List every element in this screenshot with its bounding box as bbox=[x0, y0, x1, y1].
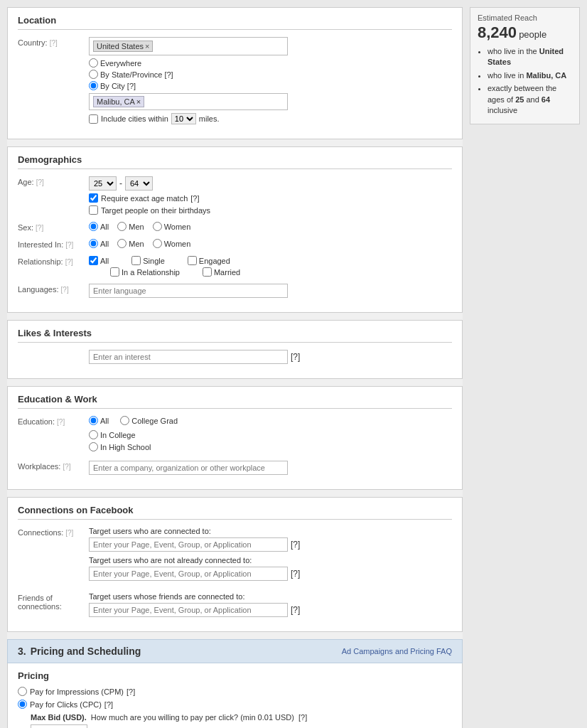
interest-row: [?] bbox=[89, 350, 452, 364]
sex-all[interactable]: All bbox=[89, 222, 109, 231]
friends-input-row: [?] bbox=[89, 603, 452, 617]
relationship-label: Relationship: [?] bbox=[18, 256, 89, 266]
cpm-label: Pay for Impressions (CPM) bbox=[30, 687, 124, 696]
cpc-label: Pay for Clicks (CPC) bbox=[30, 700, 102, 709]
cpc-radio[interactable] bbox=[18, 700, 27, 709]
location-section-title: Location bbox=[18, 15, 452, 30]
cpc-help[interactable]: [?] bbox=[104, 700, 113, 709]
reach-bullet-3: exactly between the ages of 25 and 64 in… bbox=[488, 83, 572, 116]
age-row: 13182125303540455055606465 - 25303540455… bbox=[89, 176, 452, 191]
likes-spacer bbox=[18, 350, 89, 351]
connected-help[interactable]: [?] bbox=[291, 540, 300, 550]
connected-input-row: [?] bbox=[89, 537, 452, 552]
pricing-section-header: 3. Pricing and Scheduling Ad Campaigns a… bbox=[7, 639, 463, 663]
birthday-checkbox[interactable] bbox=[89, 205, 98, 215]
country-label: Country: [?] bbox=[18, 37, 89, 47]
city-tag-remove[interactable]: × bbox=[136, 97, 141, 106]
include-cities-unit: miles. bbox=[199, 114, 220, 123]
everywhere-radio[interactable]: Everywhere bbox=[89, 58, 452, 68]
max-bid-desc: How much are you willing to pay per clic… bbox=[91, 713, 294, 722]
reach-title: Estimated Reach bbox=[478, 14, 572, 22]
reach-bullet-1: who live in the United States bbox=[488, 46, 572, 68]
require-age-row: Require exact age match [?] bbox=[89, 193, 452, 203]
workplaces-help[interactable]: [?] bbox=[63, 463, 70, 471]
friends-help[interactable]: [?] bbox=[291, 605, 300, 615]
include-cities-row: Include cities within 10 25 50 miles. bbox=[89, 113, 452, 124]
interest-help[interactable]: [?] bbox=[291, 352, 300, 362]
city-input[interactable]: Malibu, CA × bbox=[89, 93, 288, 110]
max-bid-help[interactable]: [?] bbox=[298, 713, 307, 722]
connected-input[interactable] bbox=[89, 537, 288, 552]
interested-help[interactable]: [?] bbox=[65, 241, 73, 249]
sex-women[interactable]: Women bbox=[153, 222, 191, 231]
section-3-number: 3. bbox=[18, 646, 26, 657]
rel-married[interactable]: Married bbox=[203, 267, 240, 277]
not-connected-help[interactable]: [?] bbox=[291, 569, 300, 579]
city-tag: Malibu, CA × bbox=[93, 96, 144, 107]
country-tag: United States × bbox=[93, 41, 153, 52]
connections-label: Connections: [?] bbox=[18, 527, 89, 537]
birthday-label: Target people on their birthdays bbox=[101, 206, 210, 215]
relationship-help[interactable]: [?] bbox=[65, 258, 73, 266]
reach-list: who live in the United States who live i… bbox=[478, 46, 572, 116]
require-age-checkbox[interactable] bbox=[89, 193, 98, 203]
interested-all[interactable]: All bbox=[89, 239, 109, 248]
require-age-label: Require exact age match bbox=[101, 194, 188, 203]
education-section-title: Education & Work bbox=[18, 394, 452, 409]
faq-link[interactable]: Ad Campaigns and Pricing FAQ bbox=[342, 647, 452, 655]
interested-options: All Men Women bbox=[89, 239, 452, 248]
reach-bullet-2: who live in Malibu, CA bbox=[488, 70, 572, 81]
reach-number-row: 8,240 people bbox=[478, 23, 572, 42]
max-bid-input[interactable]: 2.01 bbox=[31, 724, 87, 728]
cpm-radio-row: Pay for Impressions (CPM) [?] bbox=[18, 687, 452, 696]
sex-men[interactable]: Men bbox=[117, 222, 144, 231]
country-input[interactable]: United States × bbox=[89, 37, 288, 55]
reach-number: 8,240 bbox=[478, 23, 517, 41]
workplaces-label: Workplaces: [?] bbox=[18, 461, 89, 471]
education-help[interactable]: [?] bbox=[57, 418, 65, 426]
friends-connected-label: Target users whose friends are connected… bbox=[89, 592, 452, 601]
by-city-radio[interactable]: By City [?] bbox=[89, 81, 452, 90]
interested-men[interactable]: Men bbox=[117, 239, 144, 248]
cpm-help[interactable]: [?] bbox=[126, 687, 135, 696]
edu-in-college[interactable]: In College bbox=[89, 430, 452, 439]
rel-engaged[interactable]: Engaged bbox=[188, 256, 230, 265]
interest-input[interactable] bbox=[89, 350, 288, 364]
sex-options: All Men Women bbox=[89, 222, 452, 231]
not-connected-input[interactable] bbox=[89, 567, 288, 581]
not-connected-label: Target users who are not already connect… bbox=[89, 556, 452, 564]
include-cities-checkbox[interactable] bbox=[89, 114, 98, 124]
cpc-radio-row: Pay for Clicks (CPC) [?] bbox=[18, 700, 452, 709]
include-cities-label: Include cities within bbox=[101, 114, 168, 123]
max-bid-label: Max Bid (USD). bbox=[31, 713, 87, 722]
languages-input[interactable] bbox=[89, 284, 288, 298]
cpm-radio[interactable] bbox=[18, 687, 27, 696]
country-tag-remove[interactable]: × bbox=[145, 42, 149, 50]
by-city-help[interactable]: [?] bbox=[127, 82, 136, 90]
workplaces-input[interactable] bbox=[89, 461, 288, 475]
rel-in-relationship[interactable]: In a Relationship bbox=[110, 267, 180, 277]
by-state-radio[interactable]: By State/Province [?] bbox=[89, 70, 452, 79]
interested-women[interactable]: Women bbox=[153, 239, 191, 248]
languages-help[interactable]: [?] bbox=[61, 286, 69, 294]
sex-help[interactable]: [?] bbox=[36, 224, 43, 232]
age-to-select[interactable]: 25303540455055606465 bbox=[125, 176, 153, 191]
not-connected-input-row: [?] bbox=[89, 567, 452, 581]
age-from-select[interactable]: 13182125303540455055606465 bbox=[89, 176, 117, 191]
friends-connections-label: Friends of connections: bbox=[18, 592, 89, 611]
rel-single[interactable]: Single bbox=[131, 256, 165, 265]
age-separator: - bbox=[119, 178, 122, 188]
include-cities-select[interactable]: 10 25 50 bbox=[171, 113, 196, 124]
age-help[interactable]: [?] bbox=[36, 178, 44, 186]
by-state-help[interactable]: [?] bbox=[164, 70, 173, 79]
edu-college-grad[interactable]: College Grad bbox=[120, 416, 178, 425]
connections-section-title: Connections on Facebook bbox=[18, 505, 452, 520]
friends-input[interactable] bbox=[89, 603, 288, 617]
education-label: Education: [?] bbox=[18, 416, 89, 426]
rel-all[interactable]: All bbox=[89, 256, 109, 265]
require-age-help[interactable]: [?] bbox=[190, 194, 199, 203]
edu-all[interactable]: All bbox=[89, 416, 109, 425]
connections-help[interactable]: [?] bbox=[65, 529, 73, 537]
country-help[interactable]: [?] bbox=[50, 39, 58, 47]
edu-in-high-school[interactable]: In High School bbox=[89, 442, 452, 451]
